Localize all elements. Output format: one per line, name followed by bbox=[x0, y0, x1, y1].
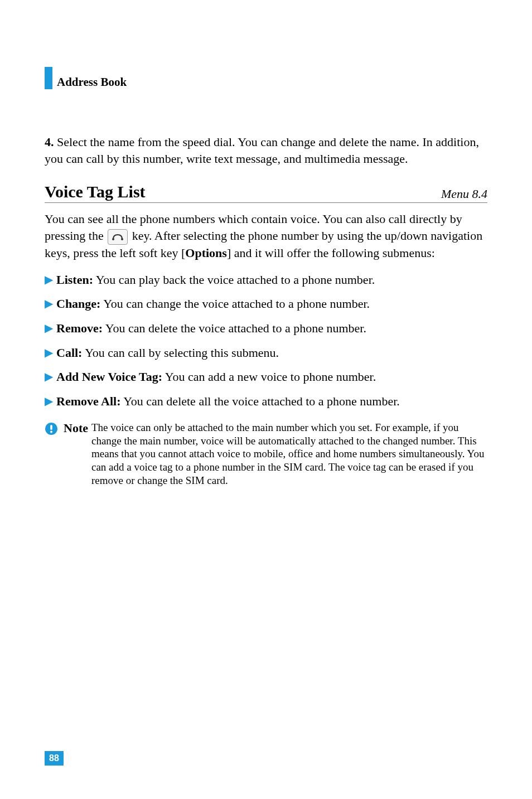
bullet-arrow-icon: ▶ bbox=[45, 320, 53, 336]
note-block: Note The voice can only be attached to t… bbox=[45, 421, 487, 487]
list-item: ▶ Change: You can change the voice attac… bbox=[45, 296, 487, 312]
bullet-arrow-icon: ▶ bbox=[45, 393, 53, 409]
bullet-label: Remove All: bbox=[56, 394, 120, 408]
svg-point-1 bbox=[121, 238, 123, 240]
heading-title: Voice Tag List bbox=[45, 182, 146, 201]
step-paragraph: 4. Select the name from the speed dial. … bbox=[45, 134, 487, 167]
note-text: The voice can only be attached to the ma… bbox=[91, 421, 487, 487]
list-item: ▶ Remove: You can delete the voice attac… bbox=[45, 320, 487, 337]
list-item: ▶ Call: You can call by selecting this s… bbox=[45, 345, 487, 361]
heading-row: Voice Tag List Menu 8.4 bbox=[45, 182, 487, 203]
svg-rect-3 bbox=[50, 425, 52, 430]
bullet-label: Remove: bbox=[56, 321, 103, 335]
intro-part3: ] and it will offer the following submen… bbox=[227, 246, 435, 260]
bullet-text: You can delete the voice attached to a p… bbox=[103, 321, 366, 335]
call-key-icon bbox=[108, 229, 128, 245]
heading-menu-ref: Menu 8.4 bbox=[441, 187, 487, 201]
page-number: 88 bbox=[45, 751, 64, 766]
svg-point-4 bbox=[50, 430, 52, 433]
section-bar-icon bbox=[45, 67, 52, 89]
intro-paragraph: You can see all the phone numbers which … bbox=[45, 211, 487, 261]
bullet-arrow-icon: ▶ bbox=[45, 345, 53, 360]
bullet-text: You can play back the voice attached to … bbox=[93, 273, 375, 287]
bullet-label: Change: bbox=[56, 297, 100, 311]
bullet-label: Listen: bbox=[56, 273, 93, 287]
list-item: ▶ Remove All: You can delete all the voi… bbox=[45, 393, 487, 410]
note-exclamation-icon bbox=[45, 422, 58, 435]
list-item: ▶ Listen: You can play back the voice at… bbox=[45, 272, 487, 288]
bullet-label: Add New Voice Tag: bbox=[56, 370, 162, 384]
step-text: Select the name from the speed dial. You… bbox=[45, 135, 479, 166]
bullet-arrow-icon: ▶ bbox=[45, 369, 53, 384]
bullet-label: Call: bbox=[56, 346, 82, 360]
bullet-text: You can change the voice attached to a p… bbox=[100, 297, 370, 311]
bullet-arrow-icon: ▶ bbox=[45, 296, 53, 311]
bullet-list: ▶ Listen: You can play back the voice at… bbox=[45, 272, 487, 410]
intro-bold-options: Options bbox=[185, 246, 227, 260]
bullet-arrow-icon: ▶ bbox=[45, 272, 53, 287]
section-header: Address Book bbox=[45, 67, 487, 89]
step-number: 4. bbox=[45, 135, 54, 149]
list-item: ▶ Add New Voice Tag: You can add a new v… bbox=[45, 369, 487, 385]
bullet-text: You can call by selecting this submenu. bbox=[82, 346, 279, 360]
bullet-text: You can delete all the voice attached to… bbox=[120, 394, 399, 408]
section-title: Address Book bbox=[57, 75, 127, 89]
manual-page: Address Book 4. Select the name from the… bbox=[0, 0, 532, 799]
note-label: Note bbox=[64, 421, 88, 435]
svg-point-0 bbox=[112, 238, 114, 240]
bullet-text: You can add a new voice to phone number. bbox=[162, 370, 376, 384]
